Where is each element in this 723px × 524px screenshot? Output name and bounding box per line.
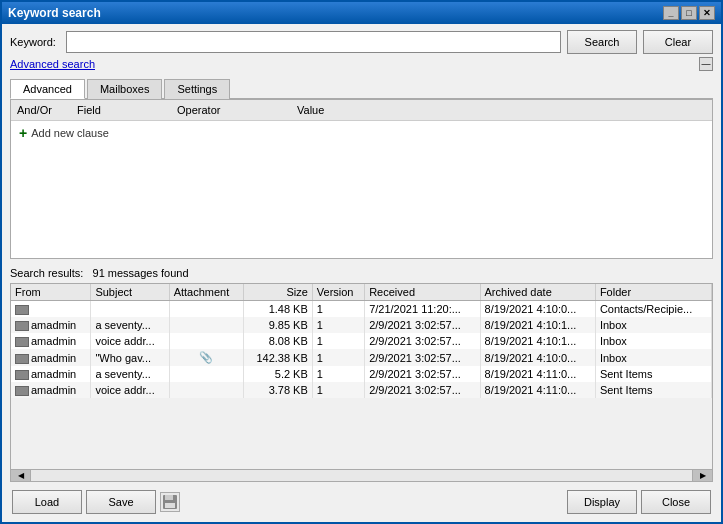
- envelope-icon: [15, 305, 29, 315]
- table-cell: 2/9/2021 3:02:57...: [365, 366, 480, 382]
- col-operator: Operator: [175, 102, 295, 118]
- table-cell: [169, 366, 243, 382]
- col-value: Value: [295, 102, 708, 118]
- scroll-left-button[interactable]: ◀: [11, 470, 31, 482]
- table-row[interactable]: amadminvoice addr...8.08 KB12/9/2021 3:0…: [11, 333, 712, 349]
- table-cell: [169, 333, 243, 349]
- col-attachment: Attachment: [169, 284, 243, 301]
- table-cell: 1: [312, 333, 364, 349]
- table-cell: 7/21/2021 11:20:...: [365, 301, 480, 318]
- results-table-container: From Subject Attachment Size Version Rec…: [10, 283, 713, 482]
- bottom-right-buttons: Display Close: [567, 490, 711, 514]
- add-icon: +: [19, 125, 27, 141]
- table-cell: voice addr...: [91, 333, 169, 349]
- table-cell: 1: [312, 349, 364, 366]
- table-cell: [91, 301, 169, 318]
- col-size: Size: [243, 284, 312, 301]
- search-button[interactable]: Search: [567, 30, 637, 54]
- table-cell: amadmin: [11, 382, 91, 398]
- results-table: From Subject Attachment Size Version Rec…: [11, 284, 712, 398]
- tab-advanced[interactable]: Advanced: [10, 79, 85, 99]
- table-cell: 8/19/2021 4:10:0...: [480, 349, 595, 366]
- search-results-label: Search results: 91 messages found: [10, 267, 713, 279]
- envelope-icon: [15, 354, 29, 364]
- save-as-icon[interactable]: [160, 492, 180, 512]
- advanced-search-link[interactable]: Advanced search: [10, 58, 95, 70]
- svg-rect-2: [165, 503, 175, 508]
- table-cell: [169, 382, 243, 398]
- table-cell: Contacts/Recipie...: [595, 301, 711, 318]
- main-content: Keyword: Search Clear Advanced search — …: [2, 24, 721, 522]
- display-button[interactable]: Display: [567, 490, 637, 514]
- floppy-icon: [162, 494, 178, 510]
- close-button[interactable]: ✕: [699, 6, 715, 20]
- table-cell: 9.85 KB: [243, 317, 312, 333]
- table-cell: 1: [312, 317, 364, 333]
- col-from: From: [11, 284, 91, 301]
- keyword-search-window: Keyword search _ □ ✕ Keyword: Search Cle…: [0, 0, 723, 524]
- col-archived: Archived date: [480, 284, 595, 301]
- tab-mailboxes[interactable]: Mailboxes: [87, 79, 163, 99]
- col-field: Field: [75, 102, 175, 118]
- keyword-input[interactable]: [66, 31, 561, 53]
- load-button[interactable]: Load: [12, 490, 82, 514]
- keyword-row: Keyword: Search Clear: [10, 30, 713, 54]
- tab-settings[interactable]: Settings: [164, 79, 230, 99]
- table-row[interactable]: amadmina seventy...9.85 KB12/9/2021 3:02…: [11, 317, 712, 333]
- col-received: Received: [365, 284, 480, 301]
- table-cell: voice addr...: [91, 382, 169, 398]
- maximize-button[interactable]: □: [681, 6, 697, 20]
- table-cell: 5.2 KB: [243, 366, 312, 382]
- table-cell: Inbox: [595, 333, 711, 349]
- table-cell: Sent Items: [595, 382, 711, 398]
- table-cell: amadmin: [11, 366, 91, 382]
- keyword-label: Keyword:: [10, 36, 60, 48]
- save-button[interactable]: Save: [86, 490, 156, 514]
- envelope-icon: [15, 370, 29, 380]
- col-folder: Folder: [595, 284, 711, 301]
- table-row[interactable]: 1.48 KB17/21/2021 11:20:...8/19/2021 4:1…: [11, 301, 712, 318]
- table-cell: Inbox: [595, 317, 711, 333]
- results-count: 91 messages found: [93, 267, 189, 279]
- envelope-icon: [15, 386, 29, 396]
- results-table-header: From Subject Attachment Size Version Rec…: [11, 284, 712, 301]
- collapse-button[interactable]: —: [699, 57, 713, 71]
- svg-rect-1: [165, 495, 173, 500]
- table-cell: Inbox: [595, 349, 711, 366]
- results-scroll[interactable]: From Subject Attachment Size Version Rec…: [11, 284, 712, 469]
- minimize-button[interactable]: _: [663, 6, 679, 20]
- table-row[interactable]: amadmina seventy...5.2 KB12/9/2021 3:02:…: [11, 366, 712, 382]
- horizontal-scrollbar[interactable]: ◀ ▶: [11, 469, 712, 481]
- table-cell: [169, 301, 243, 318]
- tab-section: Advanced Mailboxes Settings And/Or Field…: [10, 74, 713, 259]
- col-subject: Subject: [91, 284, 169, 301]
- table-cell: 1: [312, 301, 364, 318]
- table-cell: 1: [312, 382, 364, 398]
- add-clause-row[interactable]: + Add new clause: [11, 121, 712, 145]
- table-cell: 3.78 KB: [243, 382, 312, 398]
- table-cell: 8.08 KB: [243, 333, 312, 349]
- table-cell: [11, 301, 91, 318]
- table-row[interactable]: amadmin"Who gav...📎142.38 KB12/9/2021 3:…: [11, 349, 712, 366]
- scroll-right-button[interactable]: ▶: [692, 470, 712, 482]
- col-andor: And/Or: [15, 102, 75, 118]
- table-cell: [169, 317, 243, 333]
- table-cell: 2/9/2021 3:02:57...: [365, 317, 480, 333]
- clauses-header: And/Or Field Operator Value: [11, 100, 712, 121]
- table-row[interactable]: amadminvoice addr...3.78 KB12/9/2021 3:0…: [11, 382, 712, 398]
- advanced-search-row: Advanced search —: [10, 58, 713, 70]
- title-bar: Keyword search _ □ ✕: [2, 2, 721, 24]
- close-dialog-button[interactable]: Close: [641, 490, 711, 514]
- table-cell: amadmin: [11, 349, 91, 366]
- table-cell: amadmin: [11, 317, 91, 333]
- table-cell: amadmin: [11, 333, 91, 349]
- table-cell: Sent Items: [595, 366, 711, 382]
- table-cell: a seventy...: [91, 366, 169, 382]
- window-title: Keyword search: [8, 6, 101, 20]
- table-cell: 8/19/2021 4:10:1...: [480, 333, 595, 349]
- tabs-bar: Advanced Mailboxes Settings: [10, 78, 713, 99]
- table-cell: 8/19/2021 4:10:0...: [480, 301, 595, 318]
- clear-button[interactable]: Clear: [643, 30, 713, 54]
- bottom-bar: Load Save Display Close: [10, 486, 713, 516]
- scroll-track: [31, 470, 692, 481]
